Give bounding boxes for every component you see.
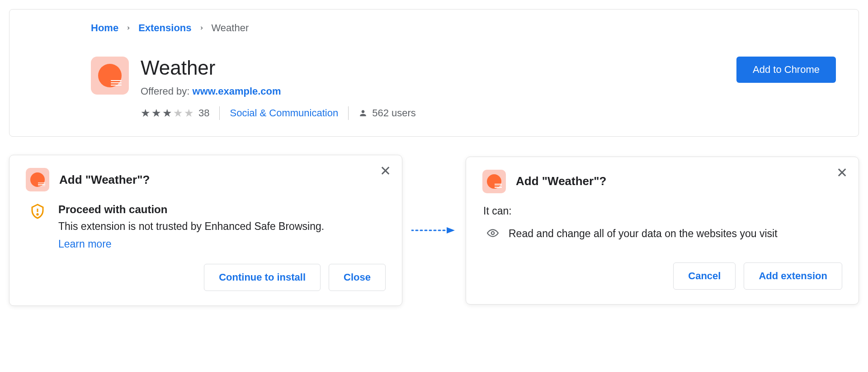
close-icon[interactable]: ✕ (380, 164, 391, 178)
dialog-title: Add "Weather"? (59, 173, 150, 187)
caution-text: Proceed with caution This extension is n… (58, 203, 324, 250)
offered-by-link[interactable]: www.example.com (193, 86, 281, 97)
offered-by: Offered by: www.example.com (141, 86, 416, 97)
star-icon: ★ (151, 107, 161, 119)
learn-more-link[interactable]: Learn more (58, 238, 112, 250)
arrow-connector-icon (411, 226, 457, 235)
extension-app-icon (26, 168, 49, 191)
extension-app-icon (91, 57, 129, 95)
caution-body: This extension is not trusted by Enhance… (58, 220, 324, 233)
caution-dialog: ✕ Add "Weather"? Proceed with caution Th… (9, 155, 402, 306)
shield-warning-icon (29, 203, 46, 250)
chevron-right-icon (199, 24, 204, 33)
offered-by-label: Offered by: (141, 86, 189, 97)
breadcrumb-current: Weather (212, 22, 249, 34)
extension-store-card: Home Extensions Weather Weather Offered … (9, 9, 859, 137)
extension-app-icon (482, 170, 506, 193)
dialog-header: Add "Weather"? (26, 168, 386, 191)
svg-point-4 (491, 231, 495, 234)
breadcrumb-home[interactable]: Home (91, 22, 118, 34)
svg-point-1 (37, 214, 38, 215)
cancel-button[interactable]: Cancel (673, 262, 736, 290)
dialogs-container: ✕ Add "Weather"? Proceed with caution Th… (9, 155, 859, 306)
star-icon: ★ (162, 107, 172, 119)
close-button[interactable]: Close (329, 264, 386, 291)
dialog-actions: Cancel Add extension (482, 262, 842, 290)
caution-heading: Proceed with caution (58, 203, 324, 216)
dialog-title: Add "Weather"? (516, 174, 606, 188)
divider (219, 106, 220, 120)
star-icon: ★ (184, 107, 194, 119)
add-to-chrome-button[interactable]: Add to Chrome (736, 57, 836, 83)
extension-meta-row: ★ ★ ★ ★ ★ 38 Social & Communication (141, 106, 416, 120)
permission-text: Read and change all of your data on the … (509, 228, 778, 240)
divider (348, 106, 349, 120)
eye-icon (487, 227, 499, 241)
svg-marker-3 (447, 227, 455, 234)
star-rating[interactable]: ★ ★ ★ ★ ★ 38 (141, 107, 209, 119)
star-icon: ★ (173, 107, 183, 119)
permissions-dialog: ✕ Add "Weather"? It can: Read and change… (466, 157, 859, 305)
rating-count: 38 (198, 107, 209, 119)
users-count: 562 users (359, 107, 416, 119)
permission-row: Read and change all of your data on the … (482, 227, 842, 241)
breadcrumb: Home Extensions Weather (32, 22, 836, 34)
chevron-right-icon (126, 24, 131, 33)
user-icon (359, 109, 368, 118)
it-can-label: It can: (482, 205, 842, 217)
add-extension-button[interactable]: Add extension (744, 262, 842, 290)
close-icon[interactable]: ✕ (836, 166, 848, 180)
extension-header-row: Weather Offered by: www.example.com ★ ★ … (32, 57, 836, 120)
category-link[interactable]: Social & Communication (230, 107, 338, 119)
star-icon: ★ (141, 107, 151, 119)
extension-title: Weather (141, 57, 416, 79)
dialog-header: Add "Weather"? (482, 170, 842, 193)
breadcrumb-extensions[interactable]: Extensions (138, 22, 191, 34)
extension-info-block: Weather Offered by: www.example.com ★ ★ … (91, 57, 416, 120)
continue-install-button[interactable]: Continue to install (204, 264, 321, 291)
caution-content: Proceed with caution This extension is n… (26, 203, 386, 250)
users-text: 562 users (372, 107, 416, 119)
dialog-actions: Continue to install Close (26, 264, 386, 291)
extension-text-info: Weather Offered by: www.example.com ★ ★ … (141, 57, 416, 120)
